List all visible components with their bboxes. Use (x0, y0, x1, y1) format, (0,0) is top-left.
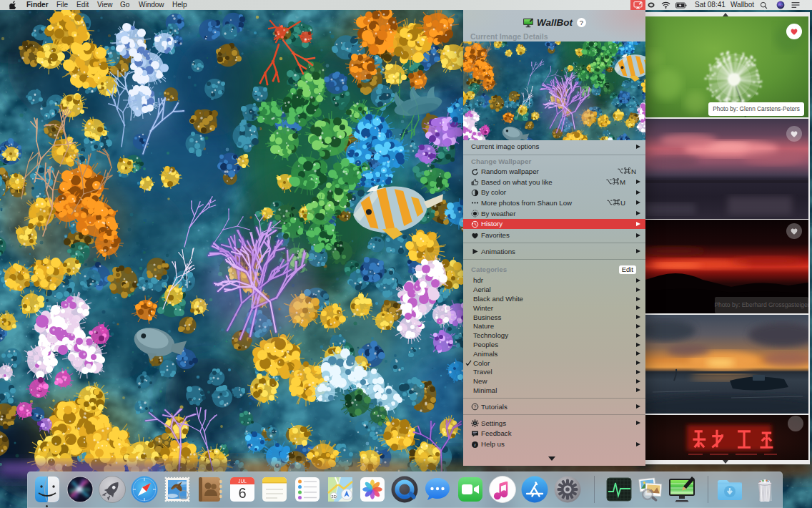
svg-text:JUL: JUL (238, 479, 247, 484)
svg-text:6: 6 (238, 485, 246, 501)
svg-text:Photo by: Eberhard Grossgastei: Photo by: Eberhard Grossgasteiger (714, 301, 808, 308)
svg-text:3D: 3D (331, 494, 337, 499)
svg-text:i: i (475, 442, 476, 448)
svg-text:?: ? (474, 404, 477, 409)
